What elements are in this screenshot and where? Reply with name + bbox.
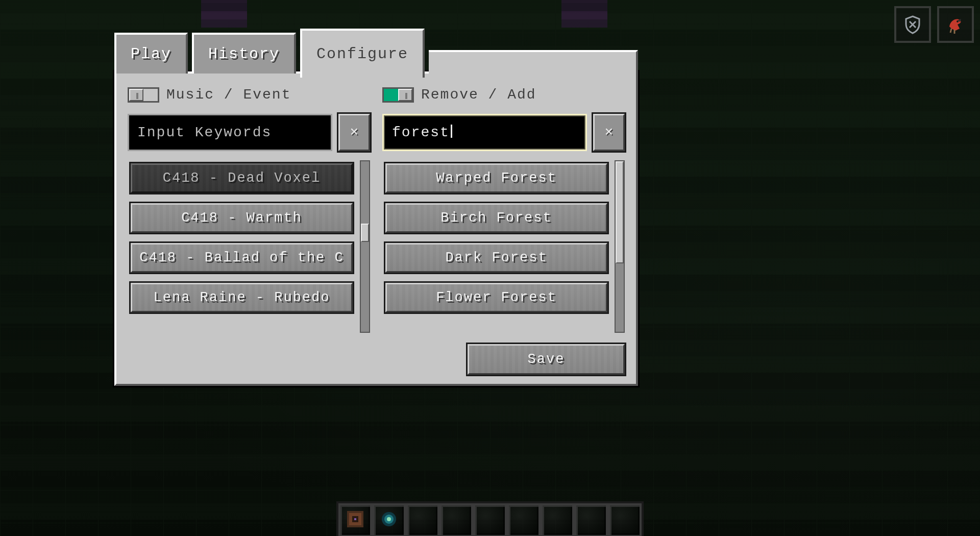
music-list: C418 - Dead VoxelC418 - WarmthC418 - Bal… <box>128 160 357 333</box>
list-item[interactable]: Birch Forest <box>385 203 607 233</box>
jukebox-icon <box>345 509 365 532</box>
event-search-value: forest <box>392 125 450 140</box>
hotbar-slot[interactable] <box>406 503 439 536</box>
tab-play[interactable]: Play <box>114 33 188 74</box>
svg-point-7 <box>387 517 391 521</box>
music-event-toggle[interactable] <box>128 87 159 103</box>
caret-icon <box>451 125 452 138</box>
list-item[interactable]: Flower Forest <box>385 283 607 312</box>
remove-add-label: Remove / Add <box>421 87 536 103</box>
music-event-label: Music / Event <box>166 87 291 103</box>
list-item[interactable]: Lena Raine - Rubedo <box>131 283 353 312</box>
hotbar-slot[interactable] <box>439 503 473 536</box>
event-list-area: Warped ForestBirch ForestDark ForestFlow… <box>382 160 625 333</box>
config-window: Play History Configure Music / Event × C… <box>114 28 638 386</box>
left-column: Music / Event × C418 - Dead VoxelC418 - … <box>128 87 370 333</box>
hotbar-slot[interactable] <box>574 503 608 536</box>
list-item[interactable]: C418 - Ballad of the C <box>131 243 353 273</box>
music-list-area: C418 - Dead VoxelC418 - WarmthC418 - Bal… <box>128 160 370 333</box>
tab-strip-filler <box>429 50 638 74</box>
parrot-tool-icon[interactable] <box>937 6 974 43</box>
toggle-knob-icon <box>129 89 143 101</box>
list-item[interactable]: C418 - Dead Voxel <box>131 163 353 193</box>
hotbar-slot[interactable] <box>372 503 406 536</box>
panel-footer: Save <box>128 344 625 375</box>
event-search-input[interactable]: forest <box>382 114 587 151</box>
tab-configure[interactable]: Configure <box>300 29 425 78</box>
event-list: Warped ForestBirch ForestDark ForestFlow… <box>382 160 611 333</box>
hotbar[interactable] <box>336 501 644 536</box>
event-search-clear-button[interactable]: × <box>593 114 625 151</box>
hotbar-slot[interactable] <box>473 503 507 536</box>
hotbar-slot[interactable] <box>338 503 372 536</box>
music-scrollbar-thumb[interactable] <box>361 224 369 242</box>
config-panel: Music / Event × C418 - Dead VoxelC418 - … <box>114 71 638 386</box>
svg-rect-4 <box>354 518 356 520</box>
portal-glow-right <box>561 0 607 28</box>
toggle-knob-icon <box>398 89 412 101</box>
list-item[interactable]: Warped Forest <box>385 163 607 193</box>
ender-eye-icon <box>379 509 399 532</box>
tabs-row: Play History Configure <box>114 28 638 71</box>
top-right-tool-icons <box>894 6 974 43</box>
save-button[interactable]: Save <box>468 344 625 375</box>
svg-point-0 <box>957 20 959 22</box>
right-column: Remove / Add forest × Warped ForestBirch… <box>382 87 625 333</box>
hotbar-slot[interactable] <box>541 503 574 536</box>
portal-glow-left <box>201 0 247 28</box>
hotbar-slot[interactable] <box>507 503 541 536</box>
list-item[interactable]: Dark Forest <box>385 243 607 273</box>
event-scrollbar[interactable] <box>615 160 625 333</box>
hotbar-slot[interactable] <box>608 503 642 536</box>
tab-history[interactable]: History <box>192 33 296 74</box>
music-scrollbar[interactable] <box>360 160 370 333</box>
shield-tool-icon[interactable] <box>894 6 931 43</box>
remove-add-toggle[interactable] <box>382 87 414 103</box>
music-search-input[interactable] <box>128 114 332 151</box>
music-search-clear-button[interactable]: × <box>338 114 370 151</box>
list-item[interactable]: C418 - Warmth <box>131 203 353 233</box>
event-scrollbar-thumb[interactable] <box>616 161 624 263</box>
